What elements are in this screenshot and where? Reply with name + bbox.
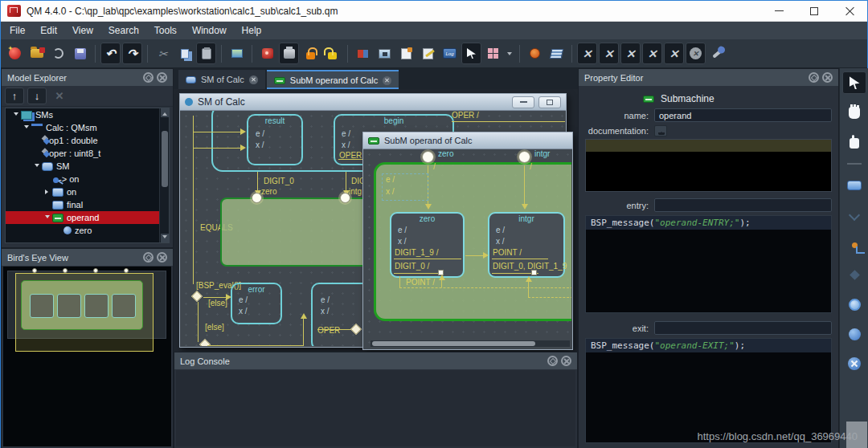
tree-item-sms[interactable]: SMs [6, 108, 169, 121]
tree-item-sm[interactable]: SM [6, 160, 169, 173]
menu-edit[interactable]: Edit [40, 25, 57, 36]
scroll-up-button[interactable] [161, 108, 169, 117]
entry-point-connector[interactable] [340, 193, 350, 203]
tab-sm-of-calc[interactable]: SM of Calc [178, 70, 265, 89]
tree-item-final[interactable]: final [6, 198, 169, 211]
collapse-doc-button[interactable] [654, 125, 667, 136]
name-input[interactable] [654, 108, 832, 122]
edit-button[interactable] [418, 43, 438, 64]
new-model-button[interactable] [5, 43, 25, 64]
transition-line[interactable] [198, 302, 199, 342]
log-console-header[interactable]: Log Console [174, 352, 577, 369]
minimize-button[interactable] [761, 1, 796, 21]
pointer-mode-button[interactable] [461, 43, 481, 64]
transition-line[interactable] [303, 318, 304, 346]
transition-line[interactable] [203, 297, 227, 298]
transition-line[interactable] [207, 345, 304, 346]
birds-eye-header[interactable]: Bird's Eye View [2, 249, 173, 266]
float-panel-icon[interactable] [809, 72, 819, 83]
model-explorer-header[interactable]: Model Explorer [2, 69, 173, 86]
scroll-down-button[interactable] [161, 234, 169, 242]
state-zero[interactable]: zero e / x / DIGIT_1_9 / DIGIT_0 / [390, 212, 465, 278]
close-panel-icon[interactable] [157, 72, 167, 83]
transition-line[interactable] [528, 297, 571, 298]
menu-window[interactable]: Window [192, 25, 227, 36]
state-tool-button[interactable] [842, 174, 866, 197]
scrollbar-thumb[interactable] [372, 341, 535, 346]
subm-window-titlebar[interactable]: SubM operand of Calc [363, 132, 572, 149]
move-down-button[interactable]: ↓ [27, 88, 47, 104]
unlink-button[interactable]: ✕ [50, 88, 69, 104]
tree-item-operand-selected[interactable]: operand [6, 211, 169, 224]
transition-line[interactable] [399, 287, 571, 288]
transition-line[interactable] [194, 148, 242, 149]
paste-button[interactable] [196, 43, 216, 64]
tab-subm-operand[interactable]: SubM operand of Calc [267, 70, 399, 89]
transition-line[interactable] [465, 255, 485, 256]
close-panel-icon[interactable] [822, 72, 833, 83]
external-tool-1-button[interactable] [577, 43, 597, 64]
badge-button[interactable] [525, 43, 545, 64]
sm-window-titlebar[interactable]: SM of Calc [180, 94, 566, 111]
choice-point[interactable] [191, 291, 203, 302]
subm-diagram-canvas[interactable]: zero / intgr / e / x / zero e / x / DIGI… [364, 149, 571, 348]
select-tool-button[interactable] [842, 131, 866, 153]
transition-line[interactable] [528, 279, 529, 297]
menu-file[interactable]: File [10, 25, 25, 36]
window-maximize-button[interactable] [538, 96, 561, 108]
choice-tool-button[interactable] [842, 263, 866, 286]
external-tool-4-button[interactable] [642, 43, 662, 64]
redo-button[interactable] [122, 43, 142, 64]
close-panel-icon[interactable] [561, 356, 571, 366]
export-diagram-button[interactable] [227, 43, 247, 64]
open-model-button[interactable] [27, 43, 47, 64]
stack-button[interactable] [547, 43, 567, 64]
pan-tool-button[interactable] [842, 101, 866, 124]
close-tab-icon[interactable] [383, 76, 391, 85]
initial-transition-tool-button[interactable] [842, 234, 866, 256]
menu-tools[interactable]: Tools [154, 25, 177, 36]
close-panel-icon[interactable] [157, 252, 167, 263]
state-error[interactable]: error e / x / [231, 283, 282, 324]
external-tool-3-button[interactable] [620, 43, 641, 64]
transition-line[interactable] [524, 165, 525, 206]
transition-line[interactable] [193, 116, 194, 284]
print-button[interactable] [279, 43, 299, 64]
exit-code-editor[interactable]: BSP_message("operand-EXIT;"); [585, 338, 832, 443]
image-view-button[interactable] [375, 43, 395, 64]
documentation-textarea[interactable] [585, 139, 832, 192]
entry-point-connector[interactable] [252, 193, 262, 203]
menu-view[interactable]: View [72, 25, 93, 36]
lock-button[interactable] [301, 43, 321, 64]
pointer-tool-button[interactable] [842, 71, 866, 94]
entry-point-intgr[interactable] [518, 151, 530, 163]
tree-item-op1[interactable]: op1 : double [6, 134, 169, 147]
birds-eye-viewport[interactable] [15, 273, 154, 352]
menu-help[interactable]: Help [242, 25, 262, 36]
state-result[interactable]: result e / x / [247, 114, 303, 165]
entry-point-zero[interactable] [422, 151, 434, 163]
notes-button[interactable] [396, 43, 416, 64]
code-window-button[interactable] [353, 43, 373, 64]
move-up-button[interactable]: ↑ [5, 88, 24, 104]
log-console-output[interactable] [176, 370, 575, 446]
reload-button[interactable] [48, 43, 68, 64]
log-console-toggle-button[interactable]: Log [440, 43, 460, 64]
undo-button[interactable] [100, 43, 121, 64]
float-panel-icon[interactable] [547, 356, 558, 366]
external-tool-2-button[interactable] [599, 43, 619, 64]
tree-item-on[interactable]: on [6, 185, 169, 198]
birds-eye-view[interactable] [3, 267, 171, 446]
snap-grid-button[interactable] [483, 43, 503, 64]
tree-item-zero[interactable]: zero [6, 224, 169, 237]
cut-button[interactable] [153, 43, 173, 64]
transition-tool-button[interactable] [842, 204, 866, 226]
state-intgr[interactable]: intgr e / x / POINT / DIGIT_0, DIGIT_1_9 [488, 212, 565, 278]
float-panel-icon[interactable] [143, 72, 154, 83]
snap-grid-dropdown[interactable] [505, 43, 514, 64]
tree-item-oper[interactable]: oper : uint8_t [6, 147, 169, 160]
unlock-button[interactable] [322, 43, 342, 64]
property-editor-header[interactable]: Property Editor [579, 69, 838, 86]
tree-item-initial[interactable]: -> on [6, 173, 169, 185]
horizontal-scrollbar[interactable] [371, 340, 570, 347]
